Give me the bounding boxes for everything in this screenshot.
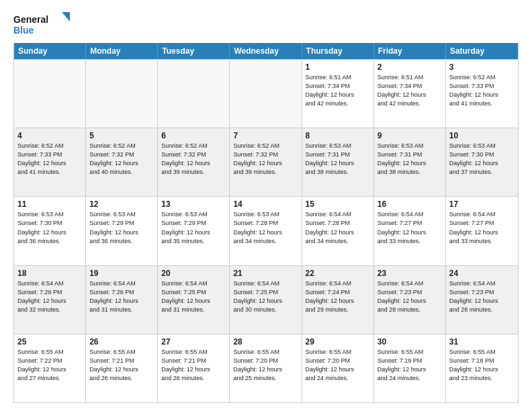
day-cell-2: 2Sunrise: 6:51 AM Sunset: 7:34 PM Daylig… [374,60,446,128]
day-info: Sunrise: 6:54 AM Sunset: 7:28 PM Dayligh… [306,210,370,245]
day-cell-22: 22Sunrise: 6:54 AM Sunset: 7:24 PM Dayli… [302,266,374,334]
day-cell-25: 25Sunrise: 6:55 AM Sunset: 7:22 PM Dayli… [14,334,86,402]
day-header-monday: Monday [86,43,158,59]
day-header-sunday: Sunday [14,43,86,59]
day-header-wednesday: Wednesday [230,43,302,59]
day-cell-23: 23Sunrise: 6:54 AM Sunset: 7:23 PM Dayli… [374,266,446,334]
day-header-saturday: Saturday [446,43,518,59]
day-cell-13: 13Sunrise: 6:53 AM Sunset: 7:29 PM Dayli… [158,197,230,265]
day-number: 17 [449,199,515,209]
day-cell-3: 3Sunrise: 6:52 AM Sunset: 7:33 PM Daylig… [446,60,518,128]
day-number: 20 [161,269,226,278]
day-cell-14: 14Sunrise: 6:53 AM Sunset: 7:28 PM Dayli… [230,197,302,265]
day-number: 14 [233,199,298,209]
svg-text:Blue: Blue [13,25,34,36]
day-cell-27: 27Sunrise: 6:55 AM Sunset: 7:21 PM Dayli… [158,334,230,402]
day-info: Sunrise: 6:53 AM Sunset: 7:28 PM Dayligh… [233,210,298,245]
day-cell-17: 17Sunrise: 6:54 AM Sunset: 7:27 PM Dayli… [446,197,518,265]
calendar-header: SundayMondayTuesdayWednesdayThursdayFrid… [14,43,518,59]
day-number: 25 [17,337,82,347]
day-info: Sunrise: 6:54 AM Sunset: 7:27 PM Dayligh… [378,210,442,245]
day-number: 3 [449,62,515,72]
calendar-week-5: 25Sunrise: 6:55 AM Sunset: 7:22 PM Dayli… [14,334,518,402]
day-info: Sunrise: 6:51 AM Sunset: 7:34 PM Dayligh… [306,73,370,108]
day-info: Sunrise: 6:54 AM Sunset: 7:26 PM Dayligh… [17,279,82,314]
day-number: 16 [378,199,442,209]
day-info: Sunrise: 6:54 AM Sunset: 7:23 PM Dayligh… [378,279,442,314]
day-number: 6 [161,131,226,140]
logo: General Blue [13,11,74,38]
day-cell-10: 10Sunrise: 6:53 AM Sunset: 7:30 PM Dayli… [446,128,518,196]
day-info: Sunrise: 6:55 AM Sunset: 7:20 PM Dayligh… [233,348,298,383]
day-number: 23 [378,269,442,278]
day-number: 15 [306,199,370,209]
day-info: Sunrise: 6:54 AM Sunset: 7:26 PM Dayligh… [89,279,154,314]
day-info: Sunrise: 6:52 AM Sunset: 7:32 PM Dayligh… [233,142,298,177]
day-info: Sunrise: 6:54 AM Sunset: 7:25 PM Dayligh… [233,279,298,314]
day-cell-16: 16Sunrise: 6:54 AM Sunset: 7:27 PM Dayli… [374,197,446,265]
calendar: SundayMondayTuesdayWednesdayThursdayFrid… [13,43,519,403]
calendar-body: 1Sunrise: 6:51 AM Sunset: 7:34 PM Daylig… [14,59,518,402]
day-number: 11 [17,199,82,209]
day-header-tuesday: Tuesday [158,43,230,59]
day-cell-28: 28Sunrise: 6:55 AM Sunset: 7:20 PM Dayli… [230,334,302,402]
day-number: 1 [306,62,370,72]
day-cell-6: 6Sunrise: 6:52 AM Sunset: 7:32 PM Daylig… [158,128,230,196]
day-header-friday: Friday [374,43,446,59]
day-info: Sunrise: 6:53 AM Sunset: 7:30 PM Dayligh… [449,142,515,177]
day-info: Sunrise: 6:53 AM Sunset: 7:29 PM Dayligh… [161,210,226,245]
day-number: 27 [161,337,226,347]
svg-text:General: General [13,14,48,25]
day-info: Sunrise: 6:53 AM Sunset: 7:31 PM Dayligh… [378,142,442,177]
day-number: 28 [233,337,298,347]
day-number: 9 [378,131,442,140]
page: General Blue SundayMondayTuesdayWednesda… [0,0,532,411]
day-info: Sunrise: 6:55 AM Sunset: 7:20 PM Dayligh… [306,348,370,383]
day-number: 21 [233,269,298,278]
empty-cell [158,60,230,128]
day-cell-24: 24Sunrise: 6:54 AM Sunset: 7:23 PM Dayli… [446,266,518,334]
day-number: 5 [89,131,154,140]
day-number: 29 [306,337,370,347]
calendar-week-3: 11Sunrise: 6:53 AM Sunset: 7:30 PM Dayli… [14,197,518,265]
day-number: 7 [233,131,298,140]
day-info: Sunrise: 6:55 AM Sunset: 7:22 PM Dayligh… [17,348,82,383]
calendar-week-1: 1Sunrise: 6:51 AM Sunset: 7:34 PM Daylig… [14,60,518,128]
day-cell-19: 19Sunrise: 6:54 AM Sunset: 7:26 PM Dayli… [86,266,158,334]
day-info: Sunrise: 6:54 AM Sunset: 7:27 PM Dayligh… [449,210,515,245]
day-cell-8: 8Sunrise: 6:53 AM Sunset: 7:31 PM Daylig… [302,128,374,196]
day-info: Sunrise: 6:53 AM Sunset: 7:31 PM Dayligh… [306,142,370,177]
day-info: Sunrise: 6:54 AM Sunset: 7:24 PM Dayligh… [306,279,370,314]
day-number: 24 [449,269,515,278]
day-number: 4 [17,131,82,140]
day-cell-20: 20Sunrise: 6:54 AM Sunset: 7:25 PM Dayli… [158,266,230,334]
day-info: Sunrise: 6:53 AM Sunset: 7:30 PM Dayligh… [17,210,82,245]
day-number: 30 [378,337,442,347]
day-cell-26: 26Sunrise: 6:55 AM Sunset: 7:21 PM Dayli… [86,334,158,402]
day-info: Sunrise: 6:52 AM Sunset: 7:32 PM Dayligh… [161,142,226,177]
calendar-week-4: 18Sunrise: 6:54 AM Sunset: 7:26 PM Dayli… [14,266,518,334]
day-info: Sunrise: 6:55 AM Sunset: 7:21 PM Dayligh… [89,348,154,383]
day-cell-4: 4Sunrise: 6:52 AM Sunset: 7:33 PM Daylig… [14,128,86,196]
day-number: 18 [17,269,82,278]
day-number: 10 [449,131,515,140]
day-info: Sunrise: 6:54 AM Sunset: 7:23 PM Dayligh… [449,279,515,314]
day-number: 26 [89,337,154,347]
logo-icon: General Blue [13,11,74,38]
day-cell-21: 21Sunrise: 6:54 AM Sunset: 7:25 PM Dayli… [230,266,302,334]
day-number: 2 [378,62,442,72]
day-cell-11: 11Sunrise: 6:53 AM Sunset: 7:30 PM Dayli… [14,197,86,265]
day-cell-31: 31Sunrise: 6:55 AM Sunset: 7:18 PM Dayli… [446,334,518,402]
day-info: Sunrise: 6:55 AM Sunset: 7:19 PM Dayligh… [378,348,442,383]
day-number: 19 [89,269,154,278]
day-cell-7: 7Sunrise: 6:52 AM Sunset: 7:32 PM Daylig… [230,128,302,196]
day-number: 31 [449,337,515,347]
day-cell-9: 9Sunrise: 6:53 AM Sunset: 7:31 PM Daylig… [374,128,446,196]
day-info: Sunrise: 6:52 AM Sunset: 7:33 PM Dayligh… [17,142,82,177]
day-cell-30: 30Sunrise: 6:55 AM Sunset: 7:19 PM Dayli… [374,334,446,402]
day-cell-5: 5Sunrise: 6:52 AM Sunset: 7:32 PM Daylig… [86,128,158,196]
calendar-week-2: 4Sunrise: 6:52 AM Sunset: 7:33 PM Daylig… [14,128,518,197]
empty-cell [86,60,158,128]
day-cell-1: 1Sunrise: 6:51 AM Sunset: 7:34 PM Daylig… [302,60,374,128]
empty-cell [14,60,86,128]
